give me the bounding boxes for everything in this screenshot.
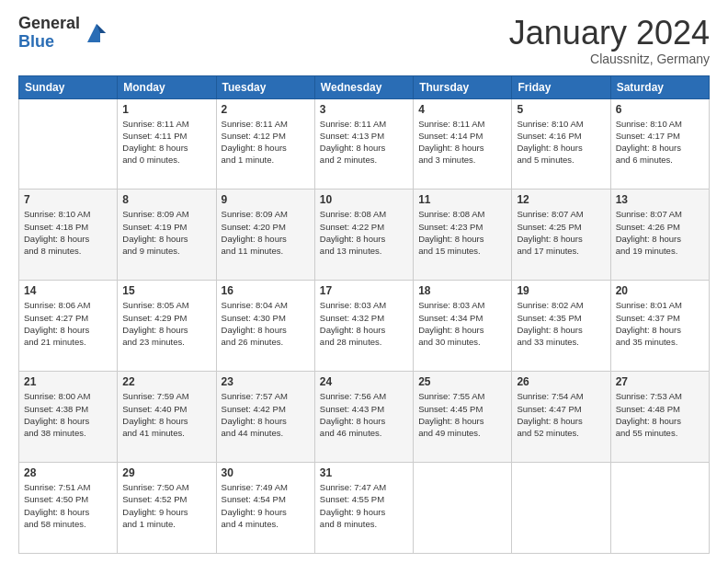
header: General Blue January 2024 Claussnitz, Ge… — [18, 15, 710, 66]
day-info: Sunrise: 8:11 AM Sunset: 4:13 PM Dayligh… — [320, 118, 408, 167]
day-cell: 6Sunrise: 8:10 AM Sunset: 4:17 PM Daylig… — [610, 98, 709, 190]
day-cell: 12Sunrise: 8:07 AM Sunset: 4:25 PM Dayli… — [512, 190, 610, 281]
week-row-3: 21Sunrise: 8:00 AM Sunset: 4:38 PM Dayli… — [19, 372, 710, 463]
day-info: Sunrise: 8:03 AM Sunset: 4:32 PM Dayligh… — [320, 299, 408, 348]
day-info: Sunrise: 7:49 AM Sunset: 4:54 PM Dayligh… — [222, 481, 310, 530]
day-number: 3 — [320, 103, 408, 116]
day-info: Sunrise: 8:07 AM Sunset: 4:26 PM Dayligh… — [616, 208, 704, 257]
day-cell: 25Sunrise: 7:55 AM Sunset: 4:45 PM Dayli… — [414, 372, 512, 463]
day-cell: 29Sunrise: 7:50 AM Sunset: 4:52 PM Dayli… — [118, 463, 216, 554]
day-cell: 23Sunrise: 7:57 AM Sunset: 4:42 PM Dayli… — [216, 372, 314, 463]
day-number: 15 — [122, 284, 210, 297]
day-info: Sunrise: 8:11 AM Sunset: 4:14 PM Dayligh… — [418, 118, 506, 167]
day-number: 17 — [320, 284, 408, 297]
day-info: Sunrise: 8:09 AM Sunset: 4:20 PM Dayligh… — [222, 208, 310, 257]
day-info: Sunrise: 8:03 AM Sunset: 4:34 PM Dayligh… — [418, 299, 506, 348]
day-cell — [512, 463, 610, 554]
day-number: 4 — [418, 103, 506, 116]
day-number: 20 — [616, 284, 704, 297]
day-info: Sunrise: 7:55 AM Sunset: 4:45 PM Dayligh… — [418, 390, 506, 439]
day-number: 2 — [222, 103, 310, 116]
day-number: 23 — [222, 375, 310, 388]
title-block: January 2024 Claussnitz, Germany — [509, 15, 710, 66]
day-cell: 28Sunrise: 7:51 AM Sunset: 4:50 PM Dayli… — [19, 463, 118, 554]
day-info: Sunrise: 8:08 AM Sunset: 4:22 PM Dayligh… — [320, 208, 408, 257]
day-info: Sunrise: 7:54 AM Sunset: 4:47 PM Dayligh… — [517, 390, 605, 439]
day-info: Sunrise: 8:02 AM Sunset: 4:35 PM Dayligh… — [517, 299, 605, 348]
day-number: 6 — [616, 103, 704, 116]
day-cell: 26Sunrise: 7:54 AM Sunset: 4:47 PM Dayli… — [512, 372, 610, 463]
day-number: 27 — [616, 375, 704, 388]
day-info: Sunrise: 7:50 AM Sunset: 4:52 PM Dayligh… — [122, 481, 210, 530]
day-number: 16 — [222, 284, 310, 297]
day-cell: 21Sunrise: 8:00 AM Sunset: 4:38 PM Dayli… — [19, 372, 118, 463]
col-header-thursday: Thursday — [414, 75, 512, 98]
day-cell: 4Sunrise: 8:11 AM Sunset: 4:14 PM Daylig… — [414, 98, 512, 190]
day-cell: 16Sunrise: 8:04 AM Sunset: 4:30 PM Dayli… — [216, 281, 314, 372]
day-number: 29 — [122, 466, 210, 479]
day-number: 28 — [24, 466, 112, 479]
day-cell: 1Sunrise: 8:11 AM Sunset: 4:11 PM Daylig… — [118, 98, 216, 190]
col-header-tuesday: Tuesday — [216, 75, 314, 98]
day-cell: 24Sunrise: 7:56 AM Sunset: 4:43 PM Dayli… — [314, 372, 413, 463]
day-info: Sunrise: 8:10 AM Sunset: 4:18 PM Dayligh… — [24, 208, 112, 257]
day-cell: 10Sunrise: 8:08 AM Sunset: 4:22 PM Dayli… — [314, 190, 413, 281]
logo-general: General — [18, 15, 80, 33]
day-info: Sunrise: 8:04 AM Sunset: 4:30 PM Dayligh… — [222, 299, 310, 348]
week-row-1: 7Sunrise: 8:10 AM Sunset: 4:18 PM Daylig… — [19, 190, 710, 281]
day-info: Sunrise: 7:59 AM Sunset: 4:40 PM Dayligh… — [122, 390, 210, 439]
day-number: 18 — [418, 284, 506, 297]
day-info: Sunrise: 8:07 AM Sunset: 4:25 PM Dayligh… — [517, 208, 605, 257]
day-info: Sunrise: 8:08 AM Sunset: 4:23 PM Dayligh… — [418, 208, 506, 257]
day-cell: 27Sunrise: 7:53 AM Sunset: 4:48 PM Dayli… — [610, 372, 709, 463]
day-number: 7 — [24, 193, 112, 206]
day-cell: 13Sunrise: 8:07 AM Sunset: 4:26 PM Dayli… — [610, 190, 709, 281]
day-cell: 15Sunrise: 8:05 AM Sunset: 4:29 PM Dayli… — [118, 281, 216, 372]
day-info: Sunrise: 7:47 AM Sunset: 4:55 PM Dayligh… — [320, 481, 408, 530]
day-number: 14 — [24, 284, 112, 297]
day-number: 11 — [418, 193, 506, 206]
day-info: Sunrise: 8:11 AM Sunset: 4:12 PM Dayligh… — [222, 118, 310, 167]
day-number: 21 — [24, 375, 112, 388]
day-info: Sunrise: 8:06 AM Sunset: 4:27 PM Dayligh… — [24, 299, 112, 348]
location: Claussnitz, Germany — [509, 52, 710, 66]
col-header-saturday: Saturday — [610, 75, 709, 98]
day-number: 24 — [320, 375, 408, 388]
day-info: Sunrise: 8:00 AM Sunset: 4:38 PM Dayligh… — [24, 390, 112, 439]
day-number: 5 — [517, 103, 605, 116]
day-number: 13 — [616, 193, 704, 206]
day-number: 26 — [517, 375, 605, 388]
logo: General Blue — [18, 15, 109, 52]
day-cell: 11Sunrise: 8:08 AM Sunset: 4:23 PM Dayli… — [414, 190, 512, 281]
day-info: Sunrise: 8:09 AM Sunset: 4:19 PM Dayligh… — [122, 208, 210, 257]
day-info: Sunrise: 8:05 AM Sunset: 4:29 PM Dayligh… — [122, 299, 210, 348]
day-number: 31 — [320, 466, 408, 479]
week-row-0: 1Sunrise: 8:11 AM Sunset: 4:11 PM Daylig… — [19, 98, 710, 190]
day-number: 9 — [222, 193, 310, 206]
day-cell: 8Sunrise: 8:09 AM Sunset: 4:19 PM Daylig… — [118, 190, 216, 281]
col-header-friday: Friday — [512, 75, 610, 98]
logo-blue: Blue — [18, 33, 80, 52]
week-row-2: 14Sunrise: 8:06 AM Sunset: 4:27 PM Dayli… — [19, 281, 710, 372]
day-cell: 17Sunrise: 8:03 AM Sunset: 4:32 PM Dayli… — [314, 281, 413, 372]
day-number: 30 — [222, 466, 310, 479]
day-info: Sunrise: 7:53 AM Sunset: 4:48 PM Dayligh… — [616, 390, 704, 439]
day-cell: 18Sunrise: 8:03 AM Sunset: 4:34 PM Dayli… — [414, 281, 512, 372]
day-number: 25 — [418, 375, 506, 388]
day-cell: 9Sunrise: 8:09 AM Sunset: 4:20 PM Daylig… — [216, 190, 314, 281]
day-cell: 20Sunrise: 8:01 AM Sunset: 4:37 PM Dayli… — [610, 281, 709, 372]
day-number: 12 — [517, 193, 605, 206]
day-cell: 30Sunrise: 7:49 AM Sunset: 4:54 PM Dayli… — [216, 463, 314, 554]
day-cell: 22Sunrise: 7:59 AM Sunset: 4:40 PM Dayli… — [118, 372, 216, 463]
header-row: SundayMondayTuesdayWednesdayThursdayFrid… — [19, 75, 710, 98]
day-info: Sunrise: 8:10 AM Sunset: 4:17 PM Dayligh… — [616, 118, 704, 167]
day-number: 10 — [320, 193, 408, 206]
day-info: Sunrise: 7:56 AM Sunset: 4:43 PM Dayligh… — [320, 390, 408, 439]
logo-text: General Blue — [18, 15, 80, 52]
day-number: 8 — [122, 193, 210, 206]
day-info: Sunrise: 7:51 AM Sunset: 4:50 PM Dayligh… — [24, 481, 112, 530]
day-cell: 19Sunrise: 8:02 AM Sunset: 4:35 PM Dayli… — [512, 281, 610, 372]
day-cell: 2Sunrise: 8:11 AM Sunset: 4:12 PM Daylig… — [216, 98, 314, 190]
month-title: January 2024 — [509, 15, 710, 52]
day-cell: 14Sunrise: 8:06 AM Sunset: 4:27 PM Dayli… — [19, 281, 118, 372]
